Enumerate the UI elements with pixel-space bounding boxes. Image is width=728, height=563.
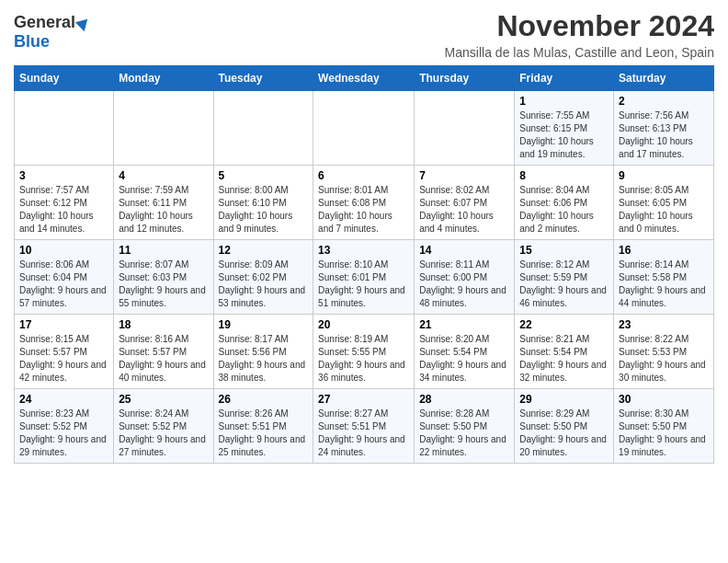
day-number: 8 [519,169,609,182]
day-info: Sunrise: 8:19 AM Sunset: 5:55 PM Dayligh… [318,334,405,383]
day-number: 24 [19,393,108,406]
day-number: 16 [619,244,709,257]
calendar-cell: 29Sunrise: 8:29 AM Sunset: 5:50 PM Dayli… [515,389,614,464]
calendar-cell: 16Sunrise: 8:14 AM Sunset: 5:58 PM Dayli… [614,240,714,315]
calendar-cell [114,91,213,166]
day-number: 17 [19,318,108,331]
day-number: 26 [219,393,309,406]
day-number: 15 [519,244,609,257]
calendar-cell: 5Sunrise: 8:00 AM Sunset: 6:10 PM Daylig… [213,166,313,240]
calendar-cell: 19Sunrise: 8:17 AM Sunset: 5:56 PM Dayli… [213,315,313,389]
title-area: November 2024 Mansilla de las Mulas, Cas… [445,9,714,60]
weekday-header-tuesday: Tuesday [213,66,313,91]
location-title: Mansilla de las Mulas, Castille and Leon… [445,45,714,60]
day-info: Sunrise: 8:29 AM Sunset: 5:50 PM Dayligh… [519,408,607,457]
day-number: 18 [119,318,208,331]
day-info: Sunrise: 8:30 AM Sunset: 5:50 PM Dayligh… [619,408,706,457]
calendar-cell: 7Sunrise: 8:02 AM Sunset: 6:07 PM Daylig… [415,166,515,240]
day-info: Sunrise: 7:59 AM Sunset: 6:11 PM Dayligh… [119,185,193,234]
day-number: 20 [318,318,409,331]
day-info: Sunrise: 8:05 AM Sunset: 6:05 PM Dayligh… [619,185,693,234]
calendar-cell: 1Sunrise: 7:55 AM Sunset: 6:15 PM Daylig… [515,91,614,166]
day-number: 9 [619,169,709,182]
calendar-cell [313,91,415,166]
day-number: 12 [219,244,309,257]
calendar-cell: 26Sunrise: 8:26 AM Sunset: 5:51 PM Dayli… [213,389,313,464]
header: General Blue November 2024 Mansilla de l… [14,9,714,60]
day-number: 28 [419,393,509,406]
calendar-cell: 28Sunrise: 8:28 AM Sunset: 5:50 PM Dayli… [415,389,515,464]
logo: General Blue [14,13,90,52]
weekday-header-wednesday: Wednesday [313,66,415,91]
weekday-header-friday: Friday [515,66,614,91]
calendar-table: SundayMondayTuesdayWednesdayThursdayFrid… [14,65,714,464]
day-number: 7 [419,169,509,182]
calendar-cell: 27Sunrise: 8:27 AM Sunset: 5:51 PM Dayli… [313,389,415,464]
day-info: Sunrise: 7:56 AM Sunset: 6:13 PM Dayligh… [619,110,693,159]
calendar-cell: 8Sunrise: 8:04 AM Sunset: 6:06 PM Daylig… [515,166,614,240]
calendar-cell: 22Sunrise: 8:21 AM Sunset: 5:54 PM Dayli… [515,315,614,389]
calendar-cell: 24Sunrise: 8:23 AM Sunset: 5:52 PM Dayli… [15,389,114,464]
calendar-cell: 2Sunrise: 7:56 AM Sunset: 6:13 PM Daylig… [614,91,714,166]
calendar-cell [15,91,114,166]
day-info: Sunrise: 8:10 AM Sunset: 6:01 PM Dayligh… [318,259,405,308]
day-info: Sunrise: 8:02 AM Sunset: 6:07 PM Dayligh… [419,185,494,234]
calendar-week-3: 10Sunrise: 8:06 AM Sunset: 6:04 PM Dayli… [15,240,714,315]
day-info: Sunrise: 8:24 AM Sunset: 5:52 PM Dayligh… [119,408,206,457]
calendar-cell: 4Sunrise: 7:59 AM Sunset: 6:11 PM Daylig… [114,166,213,240]
calendar-cell [415,91,515,166]
logo-blue-text: Blue [14,32,50,52]
calendar-cell: 10Sunrise: 8:06 AM Sunset: 6:04 PM Dayli… [15,240,114,315]
day-info: Sunrise: 8:26 AM Sunset: 5:51 PM Dayligh… [219,408,306,457]
month-title: November 2024 [445,9,714,43]
day-info: Sunrise: 8:11 AM Sunset: 6:00 PM Dayligh… [419,259,506,308]
weekday-header-sunday: Sunday [15,66,114,91]
calendar-week-2: 3Sunrise: 7:57 AM Sunset: 6:12 PM Daylig… [15,166,714,240]
day-number: 6 [318,169,409,182]
day-number: 5 [219,169,309,182]
day-info: Sunrise: 8:21 AM Sunset: 5:54 PM Dayligh… [519,334,607,383]
calendar-cell: 3Sunrise: 7:57 AM Sunset: 6:12 PM Daylig… [15,166,114,240]
weekday-header-monday: Monday [114,66,213,91]
day-info: Sunrise: 8:15 AM Sunset: 5:57 PM Dayligh… [19,334,107,383]
calendar-cell [213,91,313,166]
day-info: Sunrise: 8:06 AM Sunset: 6:04 PM Dayligh… [19,259,107,308]
day-number: 22 [519,318,609,331]
day-info: Sunrise: 7:55 AM Sunset: 6:15 PM Dayligh… [519,110,594,159]
day-number: 13 [318,244,409,257]
calendar-cell: 13Sunrise: 8:10 AM Sunset: 6:01 PM Dayli… [313,240,415,315]
day-info: Sunrise: 7:57 AM Sunset: 6:12 PM Dayligh… [19,185,94,234]
calendar-cell: 17Sunrise: 8:15 AM Sunset: 5:57 PM Dayli… [15,315,114,389]
day-info: Sunrise: 8:07 AM Sunset: 6:03 PM Dayligh… [119,259,206,308]
day-info: Sunrise: 8:20 AM Sunset: 5:54 PM Dayligh… [419,334,506,383]
day-info: Sunrise: 8:23 AM Sunset: 5:52 PM Dayligh… [19,408,107,457]
day-number: 3 [19,169,108,182]
day-number: 23 [619,318,709,331]
weekday-header-thursday: Thursday [415,66,515,91]
day-info: Sunrise: 8:00 AM Sunset: 6:10 PM Dayligh… [219,185,293,234]
day-info: Sunrise: 8:09 AM Sunset: 6:02 PM Dayligh… [219,259,306,308]
calendar-week-5: 24Sunrise: 8:23 AM Sunset: 5:52 PM Dayli… [15,389,714,464]
calendar-cell: 30Sunrise: 8:30 AM Sunset: 5:50 PM Dayli… [614,389,714,464]
day-number: 2 [619,95,709,108]
calendar-cell: 6Sunrise: 8:01 AM Sunset: 6:08 PM Daylig… [313,166,415,240]
day-info: Sunrise: 8:28 AM Sunset: 5:50 PM Dayligh… [419,408,506,457]
logo-general-text: General [14,13,75,32]
weekday-header-saturday: Saturday [614,66,714,91]
day-number: 10 [19,244,108,257]
calendar-cell: 18Sunrise: 8:16 AM Sunset: 5:57 PM Dayli… [114,315,213,389]
calendar-week-1: 1Sunrise: 7:55 AM Sunset: 6:15 PM Daylig… [15,91,714,166]
day-info: Sunrise: 8:22 AM Sunset: 5:53 PM Dayligh… [619,334,706,383]
calendar-cell: 9Sunrise: 8:05 AM Sunset: 6:05 PM Daylig… [614,166,714,240]
day-number: 4 [119,169,208,182]
logo-triangle-icon [75,14,92,30]
day-info: Sunrise: 8:04 AM Sunset: 6:06 PM Dayligh… [519,185,594,234]
day-number: 1 [519,95,609,108]
day-number: 29 [519,393,609,406]
day-number: 14 [419,244,509,257]
day-info: Sunrise: 8:01 AM Sunset: 6:08 PM Dayligh… [318,185,392,234]
calendar-cell: 25Sunrise: 8:24 AM Sunset: 5:52 PM Dayli… [114,389,213,464]
day-info: Sunrise: 8:14 AM Sunset: 5:58 PM Dayligh… [619,259,706,308]
day-number: 25 [119,393,208,406]
calendar-cell: 12Sunrise: 8:09 AM Sunset: 6:02 PM Dayli… [213,240,313,315]
